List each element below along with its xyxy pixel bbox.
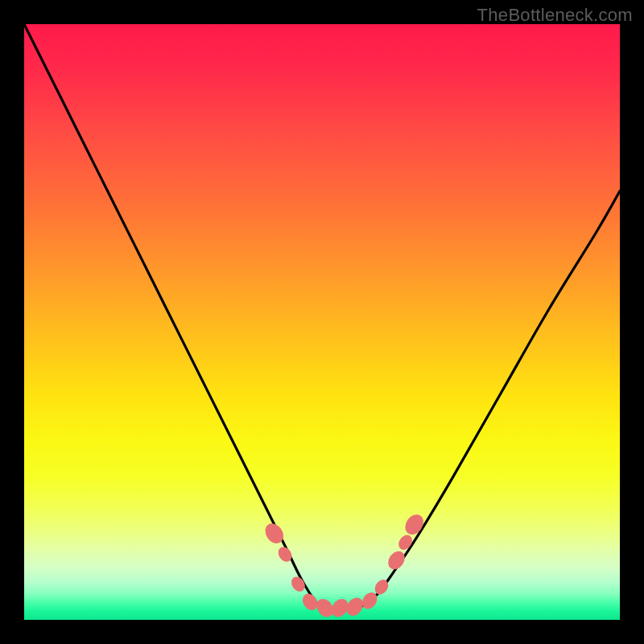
plot-area (24, 24, 620, 620)
bottleneck-curve-path (24, 24, 620, 610)
curve-marker (299, 591, 320, 613)
marker-group (262, 511, 427, 620)
curve-marker (385, 548, 408, 572)
chart-stage: TheBottleneck.com (0, 0, 644, 644)
watermark-text: TheBottleneck.com (477, 5, 633, 26)
bottleneck-curve-svg (24, 24, 620, 620)
